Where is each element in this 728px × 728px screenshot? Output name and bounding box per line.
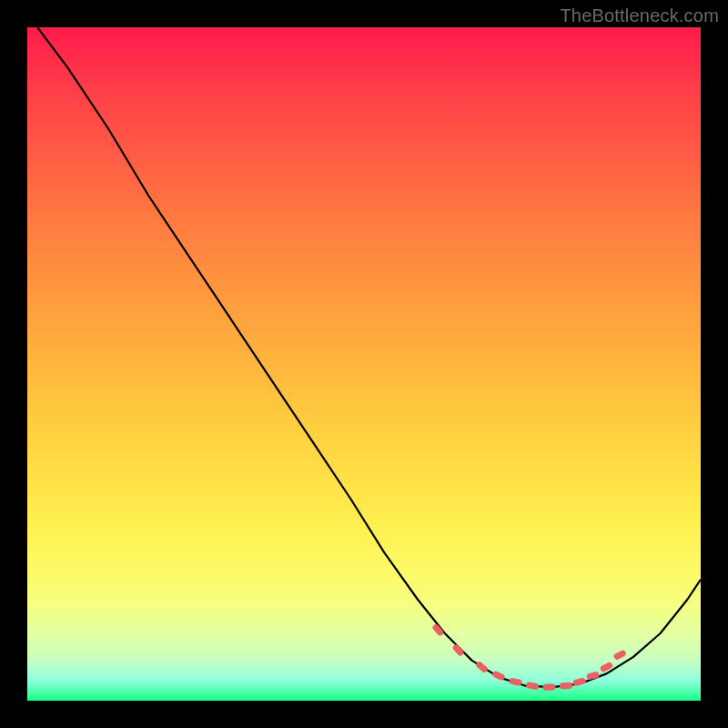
valley-marker (600, 662, 614, 673)
plot-area (27, 27, 701, 701)
chart-svg (27, 27, 701, 701)
valley-marker (572, 677, 586, 686)
valley-marker (542, 683, 555, 691)
valley-marker (431, 623, 445, 637)
watermark-text: TheBottleneck.com (560, 5, 719, 26)
valley-marker (525, 682, 539, 690)
valley-marker (612, 649, 627, 661)
valley-marker (586, 672, 600, 681)
valley-marker (491, 670, 506, 681)
valley-marker (475, 661, 489, 673)
valley-marker (560, 682, 572, 690)
valley-marker (451, 643, 465, 657)
data-curve (37, 27, 701, 687)
valley-marker (509, 678, 522, 686)
